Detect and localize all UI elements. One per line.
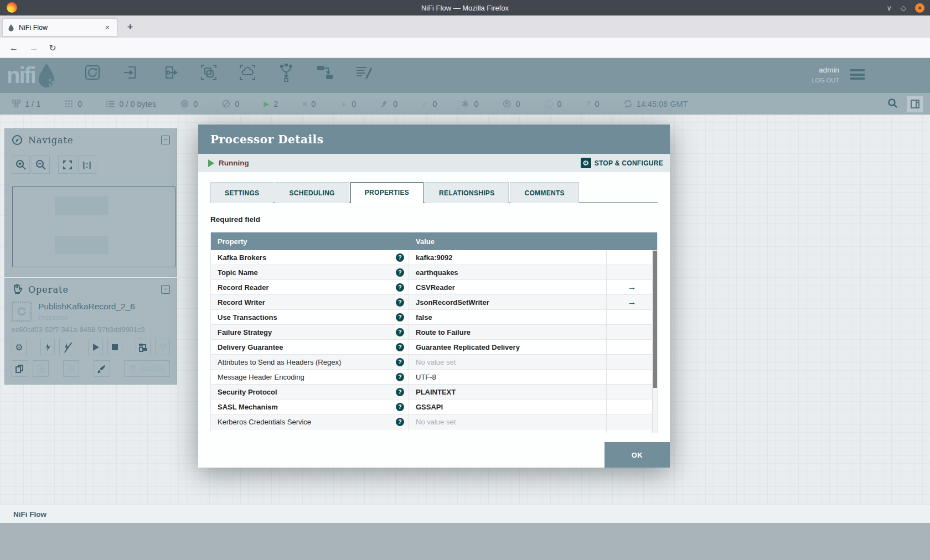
enable-button[interactable] [40, 339, 55, 355]
property-value-cell[interactable]: CSVReader [409, 280, 607, 294]
template-tool-icon[interactable] [316, 63, 334, 82]
property-help-icon[interactable]: ? [396, 298, 404, 307]
browser-tab[interactable]: NiFi Flow × [2, 18, 117, 37]
property-row[interactable]: Kerberos Service Name?No value set [211, 429, 657, 433]
collapse-navigate-icon[interactable]: − [161, 136, 170, 144]
new-tab-button[interactable]: + [123, 20, 137, 34]
output-port-tool-icon[interactable] [161, 63, 179, 82]
configure-button[interactable]: ⚙ [12, 339, 27, 355]
delete-button: DELETE [124, 360, 170, 377]
scrollbar-thumb[interactable] [653, 251, 657, 388]
remote-process-group-tool-icon[interactable] [238, 63, 257, 82]
change-color-button[interactable] [94, 360, 110, 377]
property-name-cell: Message Header Encoding? [211, 370, 409, 384]
stop-and-configure-button[interactable]: ⚙ STOP & CONFIGURE [581, 158, 663, 168]
search-button[interactable] [887, 98, 898, 111]
property-row[interactable]: Attributes to Send as Headers (Regex)?No… [211, 355, 657, 370]
dialog-title: Processor Details [210, 133, 323, 146]
disable-button[interactable] [59, 339, 74, 355]
property-name-cell: Kafka Brokers? [211, 250, 409, 265]
property-help-icon[interactable]: ? [396, 418, 404, 426]
processor-tool-icon[interactable] [83, 63, 102, 82]
property-row[interactable]: SASL Mechanism?GSSAPI [211, 400, 657, 414]
property-row[interactable]: Use Transactions?false [211, 310, 657, 325]
property-value-cell[interactable]: No value set [409, 429, 607, 433]
property-value-cell[interactable]: Guarantee Replicated Delivery [409, 340, 607, 354]
window-close-button[interactable]: × [915, 3, 924, 13]
property-row[interactable]: Message Header Encoding?UTF-8 [211, 370, 657, 385]
property-value-cell[interactable]: UTF-8 [409, 370, 607, 384]
property-value-cell[interactable]: GSSAPI [409, 400, 607, 414]
property-help-icon[interactable]: ? [396, 313, 404, 322]
collapse-operate-icon[interactable]: − [161, 285, 170, 294]
property-value-cell[interactable]: false [409, 310, 607, 324]
label-tool-icon[interactable] [354, 63, 373, 82]
tab-comments[interactable]: COMMENTS [510, 182, 578, 203]
funnel-tool-icon[interactable] [277, 63, 296, 82]
property-row[interactable]: Topic Name?earthquakes [211, 265, 657, 280]
tab-close-icon[interactable]: × [102, 23, 112, 32]
table-scrollbar[interactable] [652, 250, 657, 433]
property-name-cell: Failure Strategy? [211, 325, 409, 339]
compass-icon [12, 134, 23, 146]
tab-relationships[interactable]: RELATIONSHIPS [425, 182, 509, 203]
tab-scheduling[interactable]: SCHEDULING [275, 182, 349, 203]
property-name-cell: Kerberos Credentials Service? [211, 414, 409, 429]
property-value-cell[interactable]: Route to Failure [409, 325, 607, 339]
queued-status: 0 / 0 bytes [106, 100, 156, 108]
property-value-cell[interactable]: No value set [409, 355, 607, 369]
property-help-icon[interactable]: ? [396, 403, 404, 411]
breadcrumb-bar: NiFi Flow [0, 505, 930, 523]
back-button[interactable]: ← [7, 41, 21, 55]
property-help-icon[interactable]: ? [396, 388, 404, 396]
property-value-cell[interactable]: PLAINTEXT [409, 385, 607, 399]
goto-controller-service-arrow[interactable]: → [607, 297, 657, 307]
property-name-cell: Security Protocol? [211, 385, 409, 399]
hand-icon [12, 284, 23, 295]
window-minimize-button[interactable]: ∨ [886, 4, 892, 12]
refresh-icon[interactable] [624, 100, 632, 108]
property-help-icon[interactable]: ? [396, 283, 404, 292]
property-value-cell[interactable]: No value set [409, 414, 607, 429]
property-row[interactable]: Kafka Brokers?kafka:9092 [211, 250, 657, 265]
breadcrumb[interactable]: NiFi Flow [13, 510, 46, 518]
reload-button[interactable]: ↻ [45, 41, 60, 55]
running-state-icon [208, 159, 214, 167]
property-help-icon[interactable]: ? [396, 433, 404, 433]
nifi-status-bar: 1 / 1 0 0 / 0 bytes 0 0 ▶2 ■0 ▲0 0 ✓0 0 … [0, 93, 930, 115]
property-row[interactable]: Record Writer?JsonRecordSetWriter→ [211, 295, 657, 310]
property-help-icon[interactable]: ? [396, 343, 404, 351]
property-row[interactable]: Kerberos Credentials Service?No value se… [211, 414, 657, 429]
create-template-button[interactable] [136, 339, 151, 355]
zoom-in-button[interactable] [12, 155, 30, 174]
property-row[interactable]: Delivery Guarantee?Guarantee Replicated … [211, 340, 657, 355]
tab-properties[interactable]: PROPERTIES [350, 182, 423, 203]
property-help-icon[interactable]: ? [396, 268, 404, 277]
process-group-tool-icon[interactable] [199, 63, 218, 82]
property-row[interactable]: Failure Strategy?Route to Failure [211, 325, 657, 340]
property-value-cell[interactable]: earthquakes [409, 265, 607, 279]
birdseye-minimap[interactable] [12, 186, 175, 267]
zoom-fit-button[interactable] [58, 155, 76, 174]
property-row[interactable]: Record Reader?CSVReader→ [211, 280, 657, 295]
property-help-icon[interactable]: ? [396, 253, 404, 262]
copy-button[interactable] [12, 360, 28, 377]
stop-button[interactable] [107, 339, 122, 355]
input-port-tool-icon[interactable] [122, 63, 141, 82]
start-button[interactable] [88, 339, 103, 355]
zoom-out-button[interactable] [32, 155, 50, 174]
zoom-actual-size-button[interactable]: |:| [78, 155, 96, 174]
tab-settings[interactable]: SETTINGS [210, 182, 273, 203]
logout-link[interactable]: LOG OUT [812, 77, 839, 84]
property-help-icon[interactable]: ? [396, 373, 404, 381]
property-help-icon[interactable]: ? [396, 358, 404, 366]
property-row[interactable]: Security Protocol?PLAINTEXT [211, 385, 657, 400]
property-help-icon[interactable]: ? [396, 328, 404, 336]
flow-status-panel-button[interactable] [907, 96, 923, 112]
property-value-cell[interactable]: kafka:9092 [409, 250, 607, 265]
global-menu-icon[interactable] [850, 69, 865, 80]
ok-button[interactable]: OK [604, 442, 670, 468]
property-value-cell[interactable]: JsonRecordSetWriter [409, 295, 607, 309]
goto-controller-service-arrow[interactable]: → [607, 282, 657, 292]
window-maximize-button[interactable]: ◇ [901, 4, 906, 12]
